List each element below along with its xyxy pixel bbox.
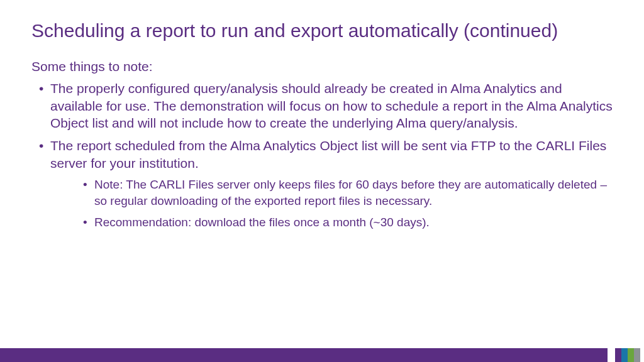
footer-end xyxy=(640,348,644,362)
list-item: Note: The CARLI Files server only keeps … xyxy=(50,177,613,209)
footer-stripe xyxy=(615,348,621,362)
footer-bar-main xyxy=(0,348,608,362)
bullet-text: The properly configured query/analysis s… xyxy=(50,81,613,130)
list-item: Recommendation: download the files once … xyxy=(50,214,613,231)
footer-stripe xyxy=(621,348,628,362)
bullet-text: The report scheduled from the Alma Analy… xyxy=(50,138,606,170)
sub-list: Note: The CARLI Files server only keeps … xyxy=(50,177,613,230)
sub-bullet-text: Note: The CARLI Files server only keeps … xyxy=(94,178,607,207)
footer-decoration xyxy=(0,348,644,362)
slide: Scheduling a report to run and export au… xyxy=(0,0,644,362)
list-item: The report scheduled from the Alma Analy… xyxy=(31,137,613,230)
footer-stripe xyxy=(628,348,634,362)
bullet-list: The properly configured query/analysis s… xyxy=(31,80,613,231)
footer-gap xyxy=(608,348,615,362)
sub-bullet-text: Recommendation: download the files once … xyxy=(94,216,430,229)
page-title: Scheduling a report to run and export au… xyxy=(31,19,613,43)
intro-text: Some things to note: xyxy=(31,58,613,75)
list-item: The properly configured query/analysis s… xyxy=(31,80,613,132)
footer-stripe xyxy=(634,348,640,362)
